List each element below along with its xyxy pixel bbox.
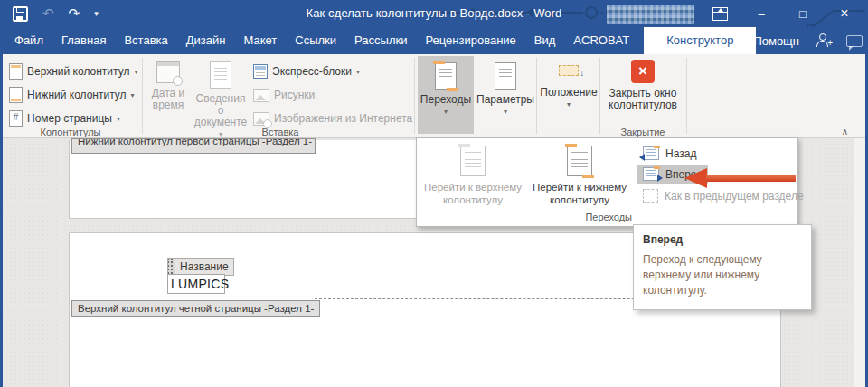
goto-header-label: Перейти к верхнему колонтитулу: [420, 181, 526, 206]
chevron-down-icon: ▾: [567, 100, 571, 109]
header-icon: [9, 63, 23, 80]
group-separator: [142, 58, 143, 134]
position-icon: [559, 65, 579, 76]
transitions-label: Переходы: [420, 94, 471, 106]
link-to-previous-menu-item[interactable]: Как в предыдущем разделе: [637, 186, 809, 205]
content-control-title-label: Название: [175, 260, 233, 273]
link-to-previous-label: Как в предыдущем разделе: [665, 190, 804, 203]
online-pictures-label: Изображения из Интернета: [274, 112, 412, 125]
share-user-icon[interactable]: +: [816, 33, 830, 48]
first-page-footer-tag-label: Нижний колонтитул первой страницы -Разде…: [78, 138, 312, 148]
lightbulb-icon: [737, 36, 747, 46]
group-label-header-footer: Колонтитулы: [9, 127, 132, 137]
header-button[interactable]: Верхний колонтитул ▾: [9, 61, 137, 81]
window-title: Как сделать колонтитулы в Ворде.docx - W…: [0, 0, 868, 27]
goto-header-menu-item[interactable]: Перейти к верхнему колонтитулу: [420, 143, 526, 221]
document-info-icon: [210, 61, 231, 89]
tab-layout[interactable]: Макет: [234, 27, 286, 54]
censored-account-block: [607, 5, 694, 24]
transitions-icon: [435, 62, 457, 90]
even-page-header-tag-label: Верхний колонтитул четной страницы -Разд…: [78, 303, 314, 314]
goto-footer-menu-item[interactable]: Перейти к нижнему колонтитулу: [526, 143, 633, 221]
options-label: Параметры: [476, 94, 534, 106]
tab-acrobat[interactable]: ACROBAT: [564, 27, 638, 54]
ribbon-tab-bar: Файл Главная Вставка Дизайн Макет Ссылки…: [0, 27, 868, 54]
ribbon-display-options-icon: [712, 7, 728, 21]
document-info-button[interactable]: Сведения о документе ▾: [192, 56, 250, 134]
first-page-footer-tag: Нижний колонтитул первой страницы -Разде…: [71, 138, 316, 154]
forward-icon: [643, 167, 659, 181]
ribbon: Верхний колонтитул ▾ Нижний колонтитул ▾…: [0, 54, 868, 138]
position-label: Положение: [540, 87, 597, 99]
window-left-border: [0, 0, 3, 387]
chevron-down-icon: ▾: [131, 91, 135, 99]
close-header-footer-label: Закрыть окно колонтитулов: [603, 88, 683, 111]
ribbon-display-options-button[interactable]: [705, 0, 734, 27]
online-pictures-button[interactable]: Изображения из Интернета: [253, 109, 412, 128]
footer-button[interactable]: Нижний колонтитул ▾: [9, 85, 135, 105]
back-label: Назад: [665, 147, 696, 160]
footer-button-label: Нижний колонтитул: [27, 89, 127, 101]
collapse-ribbon-icon[interactable]: ∧: [842, 127, 848, 137]
header-text: LUMPICS: [170, 277, 229, 291]
even-page-header-tag: Верхний колонтитул четной страницы -Разд…: [71, 300, 320, 317]
options-icon: [495, 62, 516, 90]
minimize-button[interactable]: –: [747, 0, 776, 27]
close-header-footer-icon: ×: [631, 60, 655, 83]
tab-view[interactable]: Вид: [525, 27, 565, 54]
chevron-down-icon: ▾: [134, 68, 137, 76]
back-menu-item[interactable]: Назад: [637, 144, 702, 163]
tooltip-body: Переход к следующему верхнему или нижнем…: [643, 252, 802, 298]
group-separator: [599, 58, 600, 134]
group-label-close: Закрытие: [599, 127, 686, 137]
quick-parts-icon: [253, 64, 268, 79]
chevron-down-icon: ▾: [504, 108, 507, 116]
close-header-footer-button[interactable]: × Закрыть окно колонтитулов: [603, 56, 683, 134]
pictures-label: Рисунки: [274, 89, 315, 101]
tabrow-right-icons: Помощн +: [737, 27, 868, 54]
chevron-down-icon: ▾: [356, 68, 360, 76]
date-time-label: Дата и время: [146, 88, 190, 111]
page-number-icon: #: [9, 110, 23, 127]
date-time-button[interactable]: Дата и время: [146, 56, 190, 134]
options-button[interactable]: Параметры ▾: [477, 56, 533, 134]
position-button[interactable]: Положение ▾: [540, 56, 598, 134]
group-separator: [536, 58, 537, 134]
tab-design[interactable]: Дизайн: [177, 27, 235, 54]
tab-home[interactable]: Главная: [52, 27, 115, 54]
chevron-down-icon: ▾: [444, 108, 448, 116]
group-separator: [686, 58, 687, 134]
quick-parts-button[interactable]: Экспресс-блоки ▾: [253, 61, 360, 81]
page-number-button[interactable]: # Номер страницы ▾: [9, 109, 120, 128]
tab-references[interactable]: Ссылки: [286, 27, 345, 54]
group-separator: [414, 58, 415, 134]
forward-tooltip: Вперед Переход к следующему верхнему или…: [633, 224, 812, 310]
tab-insert[interactable]: Вставка: [115, 27, 176, 54]
tab-mailings[interactable]: Рассылки: [345, 27, 416, 54]
tab-review[interactable]: Рецензирование: [416, 27, 524, 54]
header-button-label: Верхний колонтитул: [27, 65, 129, 78]
title-bar: ↶ ↷ ▾ Как сделать колонтитулы в Ворде.do…: [0, 0, 868, 27]
tell-me-help[interactable]: Помощн: [737, 34, 799, 48]
minimize-icon: –: [758, 7, 764, 21]
vertical-scrollbar[interactable]: [854, 137, 866, 387]
group-label-insert: Вставка: [199, 127, 362, 137]
content-control-title-tag[interactable]: Название: [167, 258, 234, 276]
plus-glyph: +: [827, 39, 833, 48]
document-info-label: Сведения о документе: [192, 93, 250, 128]
header-text-box[interactable]: LUMPICS: [167, 274, 225, 294]
page-number-label: Номер страницы: [27, 112, 112, 125]
close-icon: ×: [840, 5, 848, 22]
tab-file[interactable]: Файл: [5, 27, 52, 54]
footer-icon: [9, 87, 23, 103]
close-button[interactable]: ×: [830, 0, 859, 27]
comment-icon[interactable]: [846, 35, 863, 47]
goto-footer-label: Перейти к нижнему колонтитулу: [526, 181, 633, 206]
date-time-icon: [156, 61, 180, 83]
tooltip-title: Вперед: [643, 233, 802, 246]
maximize-button[interactable]: □: [788, 0, 817, 27]
transitions-button[interactable]: Переходы ▾: [418, 56, 474, 134]
content-control-grip-icon[interactable]: [168, 259, 175, 275]
pictures-button[interactable]: Рисунки: [253, 85, 315, 105]
quick-parts-label: Экспресс-блоки: [272, 65, 352, 78]
